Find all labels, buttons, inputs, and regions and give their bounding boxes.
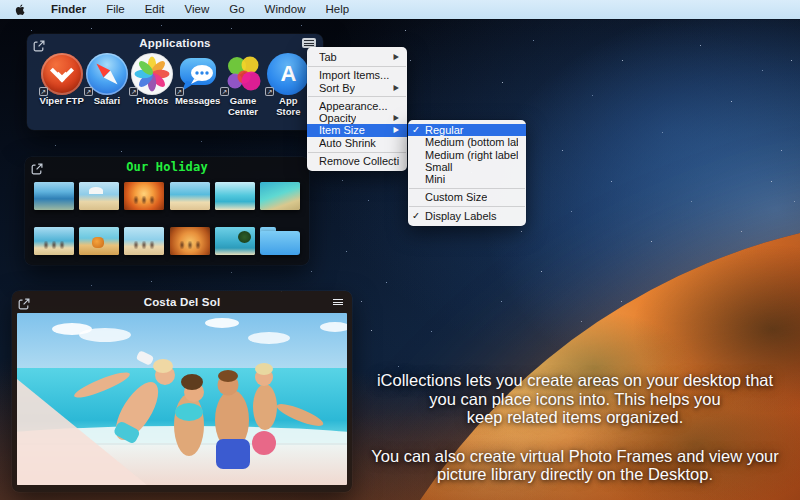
submenu-item-display-labels[interactable]: ✓ Display Labels bbox=[408, 210, 526, 222]
app-icon-messages[interactable]: ↗ Messages bbox=[175, 53, 220, 117]
alias-badge-icon: ↗ bbox=[175, 87, 184, 96]
menu-separator bbox=[308, 152, 406, 153]
window-titlebar[interactable]: Costa Del Sol bbox=[12, 291, 352, 312]
app-label: Photos bbox=[136, 96, 168, 107]
photo-thumbnail[interactable] bbox=[124, 182, 164, 210]
menu-item-auto-shrink[interactable]: Auto Shrink bbox=[307, 137, 407, 149]
menu-item-label: Mini bbox=[425, 173, 445, 185]
menu-item-label: Import Items... bbox=[319, 69, 389, 81]
caption-line: keep related items organized. bbox=[350, 408, 800, 427]
alias-badge-icon: ↗ bbox=[39, 87, 48, 96]
photo-thumbnail[interactable] bbox=[215, 182, 255, 210]
alias-badge-icon: ↗ bbox=[265, 87, 274, 96]
menubar-item-help[interactable]: Help bbox=[315, 0, 359, 19]
caption-line: You can also create virtual Photo Frames… bbox=[350, 447, 800, 466]
menu-item-label: Auto Shrink bbox=[319, 137, 376, 149]
menu-item-label: Medium (right label) bbox=[425, 149, 518, 161]
menu-item-appearance[interactable]: Appearance... bbox=[307, 100, 407, 112]
checkmark-icon: ✓ bbox=[412, 124, 420, 136]
menu-separator bbox=[308, 66, 406, 67]
applications-collection-window: Applications ↗ Viper FTP ↗ Safari bbox=[27, 34, 323, 130]
submenu-arrow-icon: ▶ bbox=[394, 50, 399, 64]
menu-item-item-size[interactable]: Item Size ▶ bbox=[307, 124, 407, 136]
menu-item-sort-by[interactable]: Sort By ▶ bbox=[307, 82, 407, 94]
menubar-item-file[interactable]: File bbox=[96, 0, 135, 19]
menu-item-label: Regular bbox=[425, 124, 464, 136]
marketing-caption: iCollections lets you create areas on yo… bbox=[350, 371, 800, 484]
checkmark-icon: ✓ bbox=[412, 210, 420, 222]
photo-thumbnail[interactable] bbox=[124, 227, 164, 255]
app-label: Viper FTP bbox=[40, 96, 84, 107]
submenu-item-regular[interactable]: ✓ Regular bbox=[408, 124, 526, 136]
window-titlebar[interactable]: Applications bbox=[27, 34, 323, 51]
window-title: Our Holiday bbox=[25, 160, 309, 174]
window-title: Applications bbox=[27, 37, 323, 49]
menu-item-import-items[interactable]: Import Items... bbox=[307, 69, 407, 81]
window-title: Costa Del Sol bbox=[12, 296, 352, 308]
menu-item-label: Opacity bbox=[319, 112, 356, 124]
app-icon-photos[interactable]: ↗ Photos bbox=[130, 53, 175, 117]
caption-line: you can place icons into. This helps you bbox=[350, 390, 800, 409]
menu-item-label: Remove Collection bbox=[319, 155, 399, 167]
submenu-arrow-icon: ▶ bbox=[394, 124, 399, 138]
beach-photo[interactable] bbox=[17, 313, 347, 485]
costa-photo-frame-window: Costa Del Sol bbox=[12, 291, 352, 492]
menu-item-label: Tab bbox=[319, 51, 337, 63]
menubar-item-window[interactable]: Window bbox=[255, 0, 316, 19]
submenu-item-medium-bottom-label[interactable]: Medium (bottom label) bbox=[408, 136, 526, 148]
alias-badge-icon: ↗ bbox=[129, 87, 138, 96]
submenu-item-small[interactable]: Small bbox=[408, 161, 526, 173]
app-label: Messages bbox=[175, 96, 220, 107]
menu-separator bbox=[308, 96, 406, 97]
holiday-collection-window: Our Holiday bbox=[25, 157, 309, 265]
photo-thumbnail[interactable] bbox=[215, 227, 255, 255]
photo-thumbnail[interactable] bbox=[79, 182, 119, 210]
menubar-item-go[interactable]: Go bbox=[219, 0, 254, 19]
photo-thumbnail[interactable] bbox=[260, 182, 300, 210]
menu-item-remove-collection[interactable]: Remove Collection bbox=[307, 155, 407, 167]
app-label: App Store bbox=[266, 96, 311, 117]
menu-bar: Finder File Edit View Go Window Help bbox=[0, 0, 800, 19]
menubar-item-edit[interactable]: Edit bbox=[135, 0, 175, 19]
menu-item-label: Display Labels bbox=[425, 210, 497, 222]
alias-badge-icon: ↗ bbox=[84, 87, 93, 96]
menu-separator bbox=[409, 188, 525, 189]
collection-menu-button[interactable] bbox=[331, 297, 345, 307]
caption-line: iCollections lets you create areas on yo… bbox=[350, 371, 800, 390]
menu-separator bbox=[409, 206, 525, 207]
menu-item-label: Appearance... bbox=[319, 100, 388, 112]
menu-item-label: Small bbox=[425, 161, 453, 173]
menubar-item-view[interactable]: View bbox=[175, 0, 220, 19]
app-icon-viper-ftp[interactable]: ↗ Viper FTP bbox=[39, 53, 84, 117]
menu-item-label: Custom Size bbox=[425, 191, 487, 203]
menubar-item-finder[interactable]: Finder bbox=[41, 0, 96, 19]
app-label: Game Center bbox=[228, 96, 258, 117]
alias-badge-icon: ↗ bbox=[220, 87, 229, 96]
photo-thumbnail[interactable] bbox=[34, 227, 74, 255]
app-label: Safari bbox=[94, 96, 120, 107]
photo-thumbnail[interactable] bbox=[170, 227, 210, 255]
menu-item-label: Item Size bbox=[319, 124, 365, 136]
caption-line: picture library directly on the Desktop. bbox=[350, 465, 800, 484]
app-icon-safari[interactable]: ↗ Safari bbox=[84, 53, 129, 117]
apple-menu-icon[interactable] bbox=[14, 3, 27, 16]
submenu-item-medium-right-label[interactable]: Medium (right label) bbox=[408, 149, 526, 161]
collection-context-menu: Tab ▶ Import Items... Sort By ▶ Appearan… bbox=[307, 47, 407, 171]
submenu-item-mini[interactable]: Mini bbox=[408, 173, 526, 185]
menu-item-label: Sort By bbox=[319, 82, 355, 94]
app-icon-app-store[interactable]: A ↗ App Store bbox=[266, 53, 311, 117]
photo-thumbnail[interactable] bbox=[34, 182, 74, 210]
submenu-item-custom-size[interactable]: Custom Size bbox=[408, 191, 526, 203]
photo-thumbnail[interactable] bbox=[170, 182, 210, 210]
item-size-submenu: ✓ Regular Medium (bottom label) Medium (… bbox=[408, 120, 526, 226]
menu-item-tab[interactable]: Tab ▶ bbox=[307, 51, 407, 63]
app-icon-game-center[interactable]: ↗ Game Center bbox=[220, 53, 265, 117]
photo-thumbnail[interactable] bbox=[79, 227, 119, 255]
menu-item-label: Medium (bottom label) bbox=[425, 136, 518, 148]
submenu-arrow-icon: ▶ bbox=[394, 81, 399, 95]
window-titlebar[interactable]: Our Holiday bbox=[25, 157, 309, 174]
folder-icon[interactable] bbox=[260, 227, 300, 255]
menu-item-opacity[interactable]: Opacity ▶ bbox=[307, 112, 407, 124]
